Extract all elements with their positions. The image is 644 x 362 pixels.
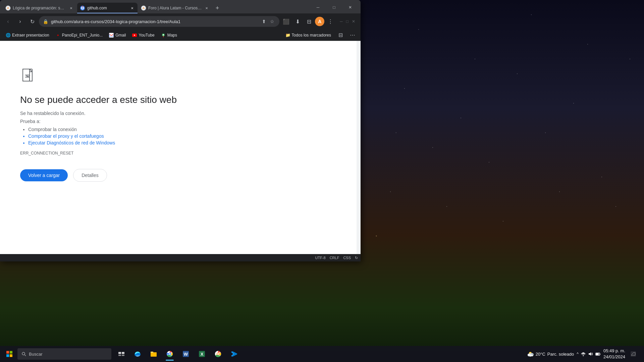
svg-rect-26 bbox=[118, 352, 121, 354]
bookmark-gmail-label: Gmail bbox=[115, 33, 126, 38]
svg-point-5 bbox=[82, 6, 83, 7]
word-button[interactable]: W bbox=[178, 347, 193, 361]
close-button[interactable]: ✕ bbox=[342, 3, 358, 12]
tab-title-foro: Foro | Alura Latam - Cursos onl… bbox=[148, 6, 202, 10]
volume-icon[interactable] bbox=[588, 351, 593, 357]
lock-icon: 🔒 bbox=[43, 19, 48, 24]
taskview-button[interactable] bbox=[114, 347, 129, 361]
details-button[interactable]: Detalles bbox=[73, 169, 107, 182]
svg-rect-32 bbox=[151, 352, 153, 353]
weather-icon bbox=[527, 351, 534, 357]
new-tab-button[interactable]: + bbox=[213, 3, 222, 13]
address-bar[interactable]: 🔒 github.com/alura-es-cursos/2034-logica… bbox=[39, 16, 279, 27]
svg-rect-21 bbox=[10, 351, 12, 354]
reload-button[interactable]: Volver a cargar bbox=[20, 169, 68, 181]
tray-expand-icon[interactable]: ^ bbox=[577, 352, 579, 356]
navigation-bar: ‹ › ↻ 🔒 github.com/alura-es-cursos/2034-… bbox=[0, 13, 361, 29]
profile-button[interactable]: A bbox=[315, 17, 324, 26]
status-bar: UTF-8 CRLF CSS ↻ bbox=[0, 254, 361, 261]
suggestion-proxy[interactable]: Comprobar el proxy y el cortafuegos bbox=[28, 133, 181, 139]
excel-button[interactable]: X bbox=[195, 347, 209, 361]
search-placeholder: Buscar bbox=[29, 352, 42, 357]
weather-condition: Parc. soleado bbox=[547, 352, 574, 357]
clock[interactable]: 05:49 p. m. 24/01/2024 bbox=[603, 348, 625, 360]
bookmark-folder-label: Todos los marcadores bbox=[292, 33, 331, 38]
menu-button[interactable]: ⋮ bbox=[325, 16, 336, 27]
sidebar-icon[interactable]: ⊟ bbox=[335, 30, 346, 41]
desktop-wallpaper-area bbox=[361, 0, 644, 346]
bookmarks-menu-icon[interactable]: ⋯ bbox=[347, 30, 358, 41]
svg-line-25 bbox=[25, 355, 26, 356]
bookmark-maps-favicon bbox=[161, 33, 166, 38]
bookmark-youtube[interactable]: YouTube bbox=[129, 31, 157, 40]
bookmark-panoepi-favicon: ● bbox=[55, 33, 61, 38]
line-endings-label: CRLF bbox=[330, 256, 339, 260]
bookmark-youtube-label: YouTube bbox=[139, 33, 154, 38]
taskview-icon bbox=[118, 351, 125, 357]
svg-rect-29 bbox=[122, 355, 124, 356]
split-screen-icon[interactable]: ⊟ bbox=[304, 16, 314, 27]
suggestion-check-connection: Comprobar la conexión bbox=[28, 127, 181, 132]
network-icon[interactable] bbox=[581, 351, 586, 357]
edge-button[interactable] bbox=[130, 347, 145, 361]
error-subtitle: Se ha restablecido la conexión. bbox=[20, 111, 181, 116]
chrome-button[interactable] bbox=[162, 347, 177, 361]
svg-point-36 bbox=[169, 353, 170, 355]
bookmark-maps[interactable]: Maps bbox=[158, 31, 180, 40]
bookmark-panoepi[interactable]: ● PanoEpi_ENT_Junio... bbox=[53, 31, 105, 40]
bookmark-folder-all[interactable]: 📁 Todos los marcadores bbox=[283, 31, 334, 40]
browser-maximize-icon[interactable]: □ bbox=[345, 18, 350, 24]
clock-time: 05:49 p. m. bbox=[603, 348, 625, 354]
file-explorer-button[interactable] bbox=[146, 347, 161, 361]
bookmarks-right: 📁 Todos los marcadores ⊟ ⋯ bbox=[283, 30, 358, 41]
page-scrollbar[interactable] bbox=[357, 41, 361, 254]
start-button[interactable] bbox=[3, 347, 16, 361]
minimize-button[interactable]: ─ bbox=[310, 3, 326, 12]
tab-title-github: github.com bbox=[87, 6, 127, 10]
browser-close-icon[interactable]: ✕ bbox=[351, 18, 357, 24]
forward-button[interactable]: › bbox=[15, 16, 25, 27]
tab-close-logica[interactable]: ✕ bbox=[68, 5, 74, 11]
url-text: github.com/alura-es-cursos/2034-logica-p… bbox=[51, 19, 258, 24]
error-icon bbox=[20, 68, 36, 84]
browser-window: A Lógica de programación: sumé ✕ github.… bbox=[0, 0, 361, 261]
tab-foro[interactable]: A Foro | Alura Latam - Cursos onl… ✕ bbox=[138, 3, 212, 13]
share-icon[interactable]: ⬆ bbox=[261, 18, 267, 25]
chrome2-icon bbox=[214, 350, 222, 358]
vscode-button[interactable] bbox=[227, 347, 241, 361]
bookmark-maps-label: Maps bbox=[167, 33, 177, 38]
bookmark-extraer[interactable]: 🌐 Extraer presentacion bbox=[3, 31, 52, 40]
svg-point-12 bbox=[163, 34, 164, 36]
extensions-icon[interactable]: ⬛ bbox=[281, 16, 291, 27]
bookmark-star-icon[interactable]: ☆ bbox=[269, 18, 275, 25]
battery-icon[interactable] bbox=[595, 351, 601, 357]
tab-close-foro[interactable]: ✕ bbox=[204, 5, 209, 11]
suggestion-diagnostics[interactable]: Ejecutar Diagnósticos de red de Windows bbox=[28, 140, 181, 145]
bookmark-gmail[interactable]: Gmail bbox=[106, 31, 128, 40]
download-icon[interactable]: ⬇ bbox=[292, 16, 303, 27]
browser-minimize-icon[interactable]: ─ bbox=[338, 18, 344, 24]
maximize-button[interactable]: □ bbox=[326, 3, 342, 12]
taskbar-search-bar[interactable]: Buscar bbox=[17, 348, 111, 360]
svg-text:W: W bbox=[184, 352, 188, 357]
search-icon bbox=[21, 352, 26, 356]
svg-rect-23 bbox=[10, 354, 12, 357]
notification-button[interactable] bbox=[628, 349, 639, 359]
tab-close-github[interactable]: ✕ bbox=[129, 5, 135, 11]
tab-active-indicator bbox=[77, 13, 138, 13]
nav-extra-buttons: ⬛ ⬇ ⊟ A ⋮ bbox=[281, 16, 336, 27]
address-bar-actions: ⬆ ☆ bbox=[261, 18, 275, 25]
svg-rect-51 bbox=[600, 354, 600, 355]
weather-widget[interactable]: 20°C Parc. soleado bbox=[527, 351, 574, 357]
notification-icon bbox=[631, 351, 636, 357]
tab-logica[interactable]: A Lógica de programación: sumé ✕ bbox=[3, 3, 76, 13]
tab-title-logica: Lógica de programación: sumé bbox=[13, 6, 66, 10]
back-button[interactable]: ‹ bbox=[3, 16, 13, 27]
reload-button[interactable]: ↻ bbox=[27, 16, 38, 27]
taskbar: Buscar bbox=[0, 346, 644, 362]
svg-rect-28 bbox=[118, 355, 121, 356]
tab-github[interactable]: github.com ✕ bbox=[77, 3, 138, 13]
chrome2-button[interactable] bbox=[211, 347, 225, 361]
refresh-status-icon[interactable]: ↻ bbox=[355, 256, 358, 260]
taskbar-right: 20°C Parc. soleado ^ bbox=[527, 348, 641, 360]
